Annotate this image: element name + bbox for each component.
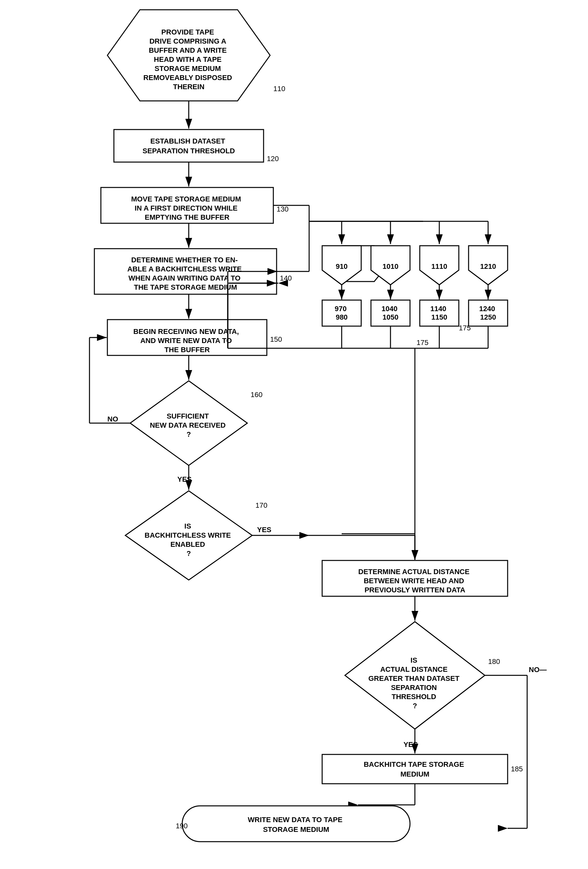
ref-185: 185 xyxy=(511,765,523,773)
label-1210: 1210 xyxy=(480,262,496,270)
label-1110: 1110 xyxy=(431,262,447,270)
ref-175-2: 175 xyxy=(416,338,428,347)
label-910: 910 xyxy=(336,262,348,270)
label-1240-1250: 1240 1250 xyxy=(479,305,497,321)
label-130: MOVE TAPE STORAGE MEDIUM IN A FIRST DIRE… xyxy=(131,195,243,221)
ref-170: 170 xyxy=(255,501,268,509)
label-110: PROVIDE TAPE DRIVE COMPRISING A BUFFER A… xyxy=(144,28,234,91)
no-label-160: NO xyxy=(107,415,118,423)
label-970-980: 970 980 xyxy=(335,305,349,321)
ref-130: 130 xyxy=(277,205,289,213)
no-label-180: NO— xyxy=(529,666,547,674)
diagram-container: PROVIDE TAPE DRIVE COMPRISING A BUFFER A… xyxy=(0,0,588,869)
yes-label-160: YES xyxy=(177,475,192,483)
ref-150: 150 xyxy=(270,335,282,343)
shape-185 xyxy=(322,755,508,784)
label-1010: 1010 xyxy=(383,262,398,270)
label-1040-1050: 1040 1050 xyxy=(381,305,399,321)
ref-120: 120 xyxy=(267,154,279,163)
ref-140: 140 xyxy=(280,274,292,282)
shape-190 xyxy=(182,806,410,842)
label-1140-1150: 1140 1150 xyxy=(430,305,448,321)
shape-120 xyxy=(114,129,264,162)
ref-110: 110 xyxy=(273,85,285,93)
yes-label-180: YES xyxy=(403,740,418,749)
ref-190: 190 xyxy=(176,822,188,830)
ref-180: 180 xyxy=(488,657,500,666)
ref-160: 160 xyxy=(250,390,262,399)
label-dist: DETERMINE ACTUAL DISTANCE BETWEEN WRITE … xyxy=(358,568,471,594)
yes-label-170: YES xyxy=(257,526,271,534)
